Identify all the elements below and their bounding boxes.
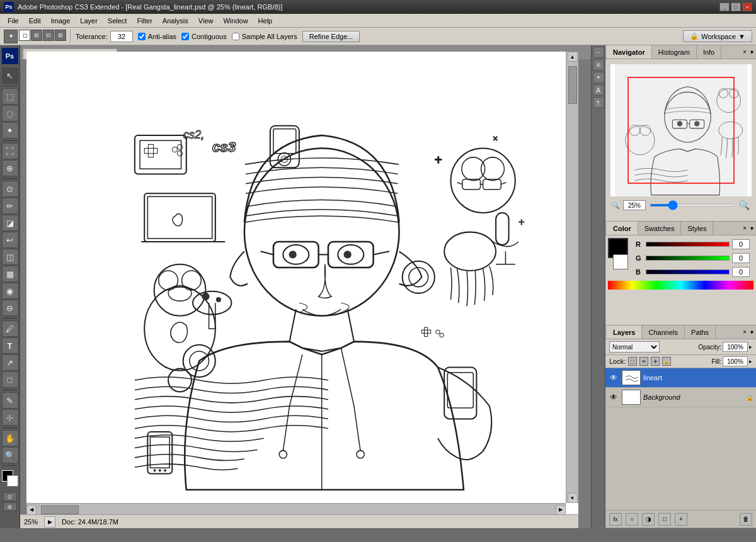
new-layer-btn[interactable]: +: [675, 513, 687, 526]
lock-move-btn[interactable]: ✛: [651, 357, 660, 366]
tab-histogram[interactable]: Histogram: [652, 45, 697, 59]
horizontal-scroll-thumb[interactable]: [41, 505, 79, 514]
r-value-input[interactable]: [732, 239, 750, 249]
app-close-button[interactable]: ×: [742, 3, 752, 11]
marquee-tool-btn[interactable]: ⬚: [2, 88, 18, 104]
screen-mode-btn[interactable]: ⊞: [3, 502, 17, 511]
layer-row-background[interactable]: 👁 Background 🔒: [605, 388, 756, 407]
canvas-image[interactable]: + × + cs3 cs2,: [26, 52, 578, 516]
pen-tool-btn[interactable]: 🖊: [2, 320, 18, 337]
vertical-scrollbar[interactable]: ▲ ▼: [566, 52, 578, 503]
vertical-scroll-thumb[interactable]: [568, 66, 577, 104]
g-slider[interactable]: [646, 254, 730, 262]
right-tool-3[interactable]: ✦: [593, 72, 604, 83]
add-style-btn[interactable]: fx: [609, 513, 622, 526]
scroll-up-arrow[interactable]: ▲: [568, 52, 578, 62]
menu-window[interactable]: Window: [218, 16, 253, 26]
color-swatches[interactable]: [2, 470, 18, 487]
sample-all-checkbox[interactable]: [232, 33, 239, 40]
right-tool-2[interactable]: ⊕: [593, 59, 604, 71]
measure-tool-btn[interactable]: ⊹: [2, 409, 18, 426]
background-color[interactable]: [7, 475, 18, 487]
scroll-left-arrow[interactable]: ◀: [26, 505, 37, 515]
clone-tool-btn[interactable]: ◪: [2, 215, 18, 231]
scroll-right-arrow[interactable]: ▶: [556, 505, 566, 515]
type-tool-btn[interactable]: T: [2, 337, 18, 354]
scroll-down-arrow[interactable]: ▼: [568, 493, 578, 503]
tab-layers[interactable]: Layers: [607, 325, 642, 339]
navigator-close-btn[interactable]: ×: [740, 48, 749, 55]
move-tool-btn[interactable]: ↖: [2, 67, 18, 84]
app-minimize-button[interactable]: _: [719, 3, 730, 11]
lock-position-btn[interactable]: ⬚: [628, 357, 637, 366]
eraser-tool-btn[interactable]: ◫: [2, 249, 18, 265]
navigator-zoom-input[interactable]: [623, 200, 646, 210]
add-mask-btn[interactable]: ○: [626, 513, 638, 526]
new-selection-btn[interactable]: ◻: [19, 30, 30, 41]
menu-help[interactable]: Help: [253, 16, 278, 26]
tab-channels[interactable]: Channels: [642, 325, 684, 339]
navigator-menu-btn[interactable]: ▾: [749, 48, 755, 55]
menu-layer[interactable]: Layer: [75, 16, 103, 26]
fill-arrow[interactable]: ▸: [749, 358, 752, 364]
quick-mask-btn[interactable]: ⊡: [3, 492, 17, 501]
brush-tool-btn[interactable]: ✏: [2, 198, 18, 214]
g-value-input[interactable]: [732, 253, 750, 263]
menu-filter[interactable]: Filter: [132, 16, 157, 26]
fill-input[interactable]: [723, 356, 748, 366]
hand-tool-btn[interactable]: ✋: [2, 430, 18, 446]
menu-image[interactable]: Image: [46, 16, 76, 26]
opacity-input[interactable]: [723, 342, 748, 352]
zoom-tool-btn[interactable]: 🔍: [2, 447, 18, 463]
lasso-tool-btn[interactable]: ◌: [2, 105, 18, 121]
magic-wand-tool-btn[interactable]: ✦: [2, 122, 18, 138]
add-selection-btn[interactable]: ⊞: [31, 30, 42, 41]
workspace-button[interactable]: 🔒 Workspace ▼: [683, 30, 752, 42]
layer-visibility-background[interactable]: 👁: [608, 392, 619, 403]
menu-file[interactable]: File: [3, 16, 24, 26]
color-close-btn[interactable]: ×: [740, 225, 749, 232]
color-bg-swatch[interactable]: [613, 254, 628, 269]
new-adjustment-btn[interactable]: ◑: [642, 513, 655, 526]
gradient-tool-btn[interactable]: ▦: [2, 266, 18, 282]
menu-view[interactable]: View: [193, 16, 219, 26]
layers-close-btn[interactable]: ×: [740, 329, 749, 336]
b-slider[interactable]: [646, 268, 730, 276]
horizontal-scrollbar[interactable]: ◀ ▶: [26, 503, 566, 516]
sub-selection-btn[interactable]: ⊟: [43, 30, 54, 41]
anti-alias-checkbox[interactable]: [138, 33, 146, 40]
lock-all-btn[interactable]: 🔒: [662, 357, 671, 366]
tolerance-input[interactable]: 32: [110, 31, 133, 42]
blend-mode-select[interactable]: Normal Multiply Screen Overlay: [609, 341, 660, 353]
shape-tool-btn[interactable]: □: [2, 371, 18, 388]
delete-layer-btn[interactable]: 🗑: [740, 513, 752, 526]
crop-tool-btn[interactable]: ⛶: [2, 143, 18, 159]
path-select-btn[interactable]: ↗: [2, 354, 18, 371]
layers-menu-btn[interactable]: ▾: [749, 329, 755, 336]
right-tool-1[interactable]: ↔: [593, 47, 604, 58]
right-tool-a[interactable]: A: [593, 84, 604, 96]
app-maximize-button[interactable]: □: [731, 3, 741, 11]
new-group-btn[interactable]: □: [658, 513, 671, 526]
tab-color[interactable]: Color: [607, 222, 638, 235]
intersect-selection-btn[interactable]: ⊠: [55, 30, 66, 41]
layer-visibility-lineart[interactable]: 👁: [608, 372, 619, 383]
menu-select[interactable]: Select: [103, 16, 132, 26]
menu-edit[interactable]: Edit: [24, 16, 46, 26]
status-info-btn[interactable]: ▶: [44, 516, 55, 528]
tab-info[interactable]: Info: [697, 45, 721, 59]
contiguous-checkbox[interactable]: [181, 33, 189, 40]
tab-styles[interactable]: Styles: [681, 222, 713, 235]
right-tool-para[interactable]: ¶: [593, 97, 604, 108]
color-menu-btn[interactable]: ▾: [749, 225, 755, 232]
refine-edge-button[interactable]: Refine Edge...: [302, 31, 360, 42]
layer-row-lineart[interactable]: 👁 lineart: [605, 368, 756, 388]
tab-navigator[interactable]: Navigator: [607, 45, 652, 59]
menu-analysis[interactable]: Analysis: [158, 16, 193, 26]
healing-tool-btn[interactable]: ⊙: [2, 181, 18, 197]
blur-tool-btn[interactable]: ◉: [2, 283, 18, 299]
notes-tool-btn[interactable]: ✎: [2, 392, 18, 409]
tab-swatches[interactable]: Swatches: [638, 222, 682, 235]
opacity-arrow[interactable]: ▸: [749, 344, 752, 350]
navigator-zoom-slider[interactable]: [650, 204, 735, 206]
